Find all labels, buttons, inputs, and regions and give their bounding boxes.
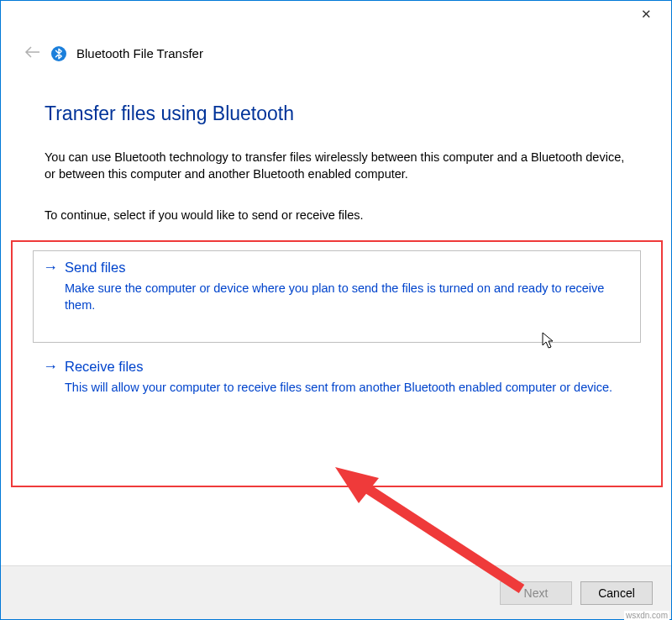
- bluetooth-icon: [51, 46, 66, 61]
- receive-files-option[interactable]: → Receive files This will allow your com…: [33, 349, 641, 406]
- titlebar: ✕: [1, 1, 671, 28]
- arrow-right-icon: →: [43, 358, 58, 376]
- dialog-header: Bluetooth File Transfer: [1, 28, 671, 62]
- send-files-option[interactable]: → Send files Make sure the computer or d…: [33, 250, 641, 343]
- intro-text: You can use Bluetooth technology to tran…: [45, 149, 629, 183]
- back-arrow-icon: [24, 45, 39, 62]
- close-button[interactable]: ✕: [629, 4, 663, 28]
- cancel-button[interactable]: Cancel: [580, 581, 653, 605]
- close-icon: ✕: [641, 7, 652, 21]
- send-files-header: → Send files: [43, 259, 631, 276]
- dialog-window: ✕ Bluetooth File Transfer Transfer files…: [0, 0, 672, 620]
- watermark-text: wsxdn.com: [624, 611, 669, 620]
- dialog-footer: Next Cancel: [1, 565, 671, 619]
- instruction-text: To continue, select if you would like to…: [45, 208, 629, 222]
- send-files-title: Send files: [65, 260, 125, 276]
- page-title: Transfer files using Bluetooth: [45, 102, 629, 125]
- next-button[interactable]: Next: [500, 581, 572, 605]
- send-files-desc: Make sure the computer or device where y…: [65, 280, 631, 314]
- receive-files-desc: This will allow your computer to receive…: [65, 379, 631, 396]
- options-highlight-box: → Send files Make sure the computer or d…: [13, 242, 661, 486]
- content-area: Transfer files using Bluetooth You can u…: [1, 62, 671, 486]
- arrow-right-icon: →: [43, 259, 58, 276]
- window-title: Bluetooth File Transfer: [76, 46, 203, 60]
- receive-files-header: → Receive files: [43, 358, 631, 376]
- receive-files-title: Receive files: [65, 359, 144, 375]
